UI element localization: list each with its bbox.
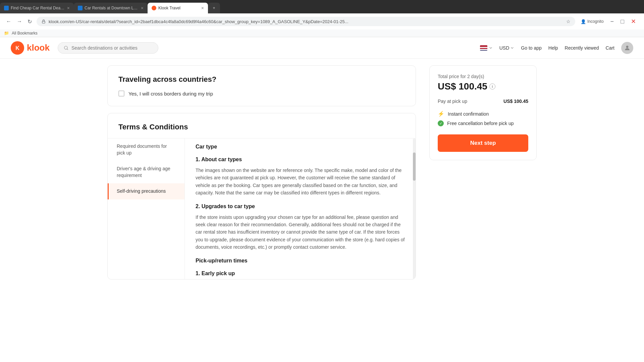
terms-body: Required documents for pick up Driver's … bbox=[108, 138, 416, 279]
reload-button[interactable]: ↻ bbox=[25, 16, 34, 27]
forward-button[interactable]: → bbox=[15, 16, 24, 26]
klook-logo-icon: K bbox=[11, 41, 24, 55]
left-content: Traveling across countries? Yes, I will … bbox=[107, 65, 416, 286]
url-bar[interactable]: klook.com/en-US/car-rentals/detail/?sear… bbox=[37, 17, 575, 26]
tab-favicon-2 bbox=[78, 6, 83, 10]
tab-favicon-3 bbox=[152, 6, 156, 10]
url-text: klook.com/en-US/car-rentals/detail/?sear… bbox=[49, 19, 564, 24]
browser-chrome: Find Cheap Car Rental Deals & × Car Rent… bbox=[0, 0, 644, 37]
right-panel: Total price for 2 day(s) US$ 100.45 i Pa… bbox=[429, 65, 537, 286]
go-to-app-link[interactable]: Go to app bbox=[521, 45, 542, 51]
terms-header: Terms & Conditions bbox=[108, 113, 416, 138]
car-type-main-title: Car type bbox=[196, 144, 405, 150]
travel-section-title: Traveling across countries? bbox=[118, 75, 405, 84]
search-input[interactable] bbox=[71, 45, 153, 51]
nav-buttons: ← → ↻ bbox=[4, 16, 34, 27]
navbar: K klook USD bbox=[0, 37, 644, 59]
tab-title-2: Car Rentals at Downtown Los A... bbox=[85, 6, 139, 10]
bookmarks-folder-icon: 📁 bbox=[4, 31, 9, 36]
klook-logo[interactable]: K klook bbox=[11, 41, 50, 55]
chevron-down-icon bbox=[489, 46, 493, 50]
instant-confirmation-item: ⚡ Instant confirmation bbox=[438, 111, 528, 117]
pay-amount: US$ 100.45 bbox=[503, 99, 528, 104]
instant-confirmation-label: Instant confirmation bbox=[448, 111, 489, 117]
terms-section: Terms & Conditions Required documents fo… bbox=[107, 113, 416, 280]
tab-close-3[interactable]: × bbox=[201, 5, 204, 11]
browser-tabs: Find Cheap Car Rental Deals & × Car Rent… bbox=[0, 0, 644, 13]
language-selector[interactable] bbox=[480, 45, 493, 51]
pay-at-pickup-row: Pay at pick up US$ 100.45 bbox=[438, 99, 528, 104]
currency-label: USD bbox=[499, 45, 509, 51]
currency-selector[interactable]: USD bbox=[499, 45, 515, 51]
svg-point-4 bbox=[626, 46, 629, 48]
terms-content: Car type 1. About car types The images s… bbox=[185, 138, 416, 279]
section1-body: The images shown on the website are for … bbox=[196, 167, 405, 197]
tab-title-1: Find Cheap Car Rental Deals & bbox=[11, 6, 65, 10]
price-label: Total price for 2 day(s) bbox=[438, 74, 528, 79]
terms-nav-self-driving[interactable]: Self-driving precautions bbox=[108, 183, 184, 199]
cross-borders-checkbox-row[interactable]: Yes, I will cross borders during my trip bbox=[118, 90, 405, 97]
new-tab-button[interactable]: + bbox=[208, 3, 220, 13]
help-link[interactable]: Help bbox=[548, 45, 558, 51]
svg-text:K: K bbox=[15, 45, 19, 51]
scrollbar-track[interactable] bbox=[413, 138, 416, 279]
bookmarks-label: All Bookmarks bbox=[12, 31, 38, 36]
free-cancellation-item: ✓ Free cancellation before pick up bbox=[438, 120, 528, 126]
terms-nav-drivers-age[interactable]: Driver's age & driving age requirement bbox=[108, 161, 184, 183]
main-content: Traveling across countries? Yes, I will … bbox=[80, 59, 564, 293]
tab-close-2[interactable]: × bbox=[141, 5, 144, 11]
tab-favicon-1 bbox=[4, 6, 9, 10]
section3-heading: Pick-up/return times bbox=[196, 258, 405, 264]
address-bar: ← → ↻ klook.com/en-US/car-rentals/detail… bbox=[0, 13, 644, 29]
user-avatar[interactable] bbox=[621, 42, 633, 54]
browser-tab-2[interactable]: Car Rentals at Downtown Los A... × bbox=[74, 3, 148, 13]
profile-button[interactable]: 👤 Incognito bbox=[578, 18, 606, 25]
profile-icon: 👤 bbox=[581, 19, 586, 24]
page: K klook USD bbox=[0, 37, 644, 332]
terms-title: Terms & Conditions bbox=[118, 123, 405, 131]
flag-icon bbox=[480, 45, 487, 51]
lightning-icon: ⚡ bbox=[438, 111, 444, 117]
booking-card: Total price for 2 day(s) US$ 100.45 i Pa… bbox=[429, 65, 537, 160]
browser-actions: 👤 Incognito − □ ✕ bbox=[578, 16, 640, 26]
tab-close-1[interactable]: × bbox=[67, 5, 70, 11]
tab-title-3: Klook Travel bbox=[158, 6, 199, 10]
section2-body: If the store insists upon upgrading your… bbox=[196, 214, 405, 251]
svg-rect-0 bbox=[42, 21, 45, 23]
bookmark-star-icon: ☆ bbox=[566, 19, 571, 24]
recently-viewed-link[interactable]: Recently viewed bbox=[565, 45, 599, 51]
browser-tab-3[interactable]: Klook Travel × bbox=[148, 3, 208, 13]
cart-link[interactable]: Cart bbox=[606, 45, 614, 51]
bookmarks-bar: 📁 All Bookmarks bbox=[0, 29, 644, 37]
next-step-button[interactable]: Next step bbox=[438, 134, 528, 152]
browser-tab-1[interactable]: Find Cheap Car Rental Deals & × bbox=[0, 3, 74, 13]
new-tab-icon: + bbox=[213, 6, 215, 10]
checkmark-icon: ✓ bbox=[438, 120, 444, 126]
section2-heading: 2. Upgrades to car type bbox=[196, 203, 405, 209]
price-amount-text: US$ 100.45 bbox=[438, 81, 487, 92]
minimize-button[interactable]: − bbox=[608, 17, 617, 26]
scrollbar-thumb[interactable] bbox=[413, 153, 416, 181]
incognito-label: Incognito bbox=[587, 19, 604, 24]
back-button[interactable]: ← bbox=[4, 16, 13, 26]
cross-borders-label: Yes, I will cross borders during my trip bbox=[128, 91, 213, 97]
lock-icon bbox=[41, 19, 46, 24]
section1-heading: 1. About car types bbox=[196, 157, 405, 163]
section3-subheading: 1. Early pick up bbox=[196, 270, 405, 277]
terms-nav: Required documents for pick up Driver's … bbox=[108, 138, 185, 279]
travel-countries-section: Traveling across countries? Yes, I will … bbox=[107, 65, 416, 106]
klook-logo-text: klook bbox=[27, 43, 50, 53]
maximize-button[interactable]: □ bbox=[618, 17, 627, 26]
terms-nav-required-docs[interactable]: Required documents for pick up bbox=[108, 138, 184, 161]
close-window-button[interactable]: ✕ bbox=[628, 16, 639, 26]
url-icons: ☆ bbox=[566, 19, 571, 24]
feature-list: ⚡ Instant confirmation ✓ Free cancellati… bbox=[438, 111, 528, 126]
nav-right: USD Go to app Help Recently viewed Cart bbox=[480, 42, 633, 54]
currency-chevron-icon bbox=[510, 46, 514, 50]
search-bar[interactable] bbox=[58, 42, 158, 54]
cross-borders-checkbox[interactable] bbox=[118, 90, 124, 97]
avatar-icon bbox=[624, 45, 631, 51]
free-cancellation-label: Free cancellation before pick up bbox=[447, 121, 514, 126]
price-info-icon[interactable]: i bbox=[489, 83, 495, 89]
price-amount-row: US$ 100.45 i bbox=[438, 81, 528, 92]
